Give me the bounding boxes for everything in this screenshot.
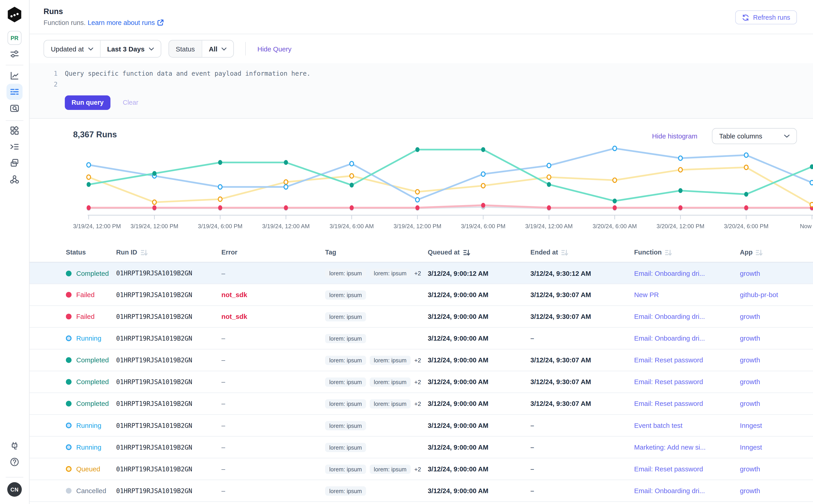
column-header-ended-at[interactable]: Ended at xyxy=(531,249,634,256)
error-cell: – xyxy=(221,378,325,386)
functions-windows-icon[interactable] xyxy=(9,158,20,168)
tag-pill: lorem: ipsum xyxy=(325,334,366,343)
app-window: PR xyxy=(0,0,813,504)
events-terminal-icon[interactable] xyxy=(9,142,20,152)
runs-list-item[interactable] xyxy=(7,84,23,100)
svg-text:3/19/24, 12:00 PM: 3/19/24, 12:00 PM xyxy=(131,223,178,229)
time-range-dropdown[interactable]: Last 3 Days xyxy=(100,40,160,57)
app-link[interactable]: growth xyxy=(740,269,813,277)
app-cell: growth xyxy=(740,313,813,320)
clear-query-button[interactable]: Clear xyxy=(123,99,138,106)
function-link[interactable]: New PR xyxy=(634,291,740,299)
app-link[interactable]: growth xyxy=(740,400,813,407)
hide-query-link[interactable]: Hide Query xyxy=(257,45,291,53)
query-editor[interactable]: 1 Query specific function data and event… xyxy=(29,63,813,119)
table-row[interactable]: Completed01HRPT19RJSA1019B2GN–lorem: ips… xyxy=(29,371,813,393)
app-link[interactable]: Inngest xyxy=(740,443,813,451)
sidebar-divider xyxy=(6,65,23,65)
column-header-queued-at[interactable]: Queued at xyxy=(428,249,531,256)
help-icon[interactable] xyxy=(9,457,20,467)
workspace-badge[interactable]: PR xyxy=(7,31,22,45)
table-row[interactable]: Completed01HRPT19RJSA1019B2GN–lorem: ips… xyxy=(29,349,813,371)
queued-at-cell: 3/12/24, 9:00:00 AM xyxy=(428,356,531,364)
search-window-icon[interactable] xyxy=(9,103,20,114)
function-cell: Email: Onboarding dri... xyxy=(634,269,740,277)
table-row[interactable]: Completed01HRPT19RJSA1019B2GN–lorem: ips… xyxy=(29,393,813,415)
metrics-chart-icon[interactable] xyxy=(9,70,20,81)
table-row[interactable]: Failed01HRPT19RJSA1019B2GNnot_sdklorem: … xyxy=(29,284,813,306)
table-columns-dropdown[interactable]: Table columns xyxy=(712,128,797,144)
app-link[interactable]: github-pr-bot xyxy=(740,291,813,299)
app-link[interactable]: Inngest xyxy=(740,422,813,429)
sidebar: PR xyxy=(0,0,29,504)
sort-field-dropdown[interactable]: Updated at xyxy=(44,40,100,57)
user-avatar[interactable]: CN xyxy=(7,482,22,497)
column-header-function[interactable]: Function xyxy=(634,249,740,256)
status-cell: Running xyxy=(66,443,116,451)
table-row[interactable]: Running01HRPT19RJSA1019B2GN–lorem: ipsum… xyxy=(29,436,813,458)
app-link[interactable]: growth xyxy=(740,465,813,473)
column-header-tag: Tag xyxy=(325,249,428,256)
function-link[interactable]: Email: Onboarding dri... xyxy=(634,269,740,277)
app-link[interactable]: growth xyxy=(740,356,813,364)
run-id-cell: 01HRPT19RJSA1019B2GN xyxy=(116,270,221,277)
function-link[interactable]: Marketing: Add new si... xyxy=(634,443,740,451)
status-dot-icon xyxy=(66,401,71,407)
column-header-run-id[interactable]: Run ID xyxy=(116,249,221,256)
learn-more-link[interactable]: Learn more about runs xyxy=(88,19,164,26)
function-link[interactable]: Event batch test xyxy=(634,422,740,429)
app-link[interactable]: growth xyxy=(740,313,813,320)
function-link[interactable]: Email: Onboarding dri... xyxy=(634,487,740,494)
tag-pill: lorem: ipsum xyxy=(325,377,366,386)
table-header-row: StatusRun IDErrorTagQueued atEnded atFun… xyxy=(29,243,813,262)
error-cell: – xyxy=(221,334,325,342)
function-link[interactable]: Email: Reset password xyxy=(634,378,740,386)
tag-cell: lorem: ipsum xyxy=(325,334,428,343)
app-link[interactable]: growth xyxy=(740,334,813,342)
tag-pill: lorem: ipsum xyxy=(325,290,366,299)
webhooks-nodes-icon[interactable] xyxy=(9,174,20,185)
run-id-cell: 01HRPT19RJSA1019B2GN xyxy=(116,400,221,407)
table-row[interactable]: Failed01HRPT19RJSA1019B2GNnot_sdklorem: … xyxy=(29,306,813,328)
app-link[interactable]: growth xyxy=(740,378,813,386)
column-header-app[interactable]: App xyxy=(740,249,813,256)
status-cell: Cancelled xyxy=(66,487,116,494)
ended-at-cell: – xyxy=(531,443,634,451)
inngest-logo-icon[interactable] xyxy=(7,6,22,23)
workspace-badge-label: PR xyxy=(7,31,22,45)
app-cell: Inngest xyxy=(740,422,813,429)
refresh-runs-button[interactable]: Refresh runs xyxy=(735,10,797,24)
table-row[interactable]: Queued01HRPT19RJSA1019B2GN–lorem: ipsuml… xyxy=(29,458,813,480)
run-id-cell: 01HRPT19RJSA1019B2GN xyxy=(116,487,221,494)
hide-histogram-link[interactable]: Hide histogram xyxy=(652,132,697,140)
runs-table: StatusRun IDErrorTagQueued atEnded atFun… xyxy=(29,243,813,502)
function-link[interactable]: Email: Onboarding dri... xyxy=(634,313,740,320)
function-link[interactable]: Email: Reset password xyxy=(634,465,740,473)
tag-pill: lorem: ipsum xyxy=(325,312,366,321)
table-row[interactable]: Completed01HRPT19RJSA1019B2GN–lorem: ips… xyxy=(29,262,813,284)
column-header-status: Status xyxy=(66,249,116,256)
tag-cell: lorem: ipsumlorem: ipsum+2 xyxy=(325,399,428,408)
tag-pill: lorem: ipsum xyxy=(325,269,366,278)
function-link[interactable]: Email: Reset password xyxy=(634,356,740,364)
table-row[interactable]: Running01HRPT19RJSA1019B2GN–lorem: ipsum… xyxy=(29,328,813,349)
status-dot-icon xyxy=(66,314,71,319)
table-body: Completed01HRPT19RJSA1019B2GN–lorem: ips… xyxy=(29,262,813,502)
status-filter-dropdown[interactable]: All xyxy=(201,40,233,57)
table-row[interactable]: Running01HRPT19RJSA1019B2GN–lorem: ipsum… xyxy=(29,415,813,436)
table-row[interactable]: Cancelled01HRPT19RJSA1019B2GN–lorem: ips… xyxy=(29,480,813,502)
queued-at-cell: 3/12/24, 9:00:00 AM xyxy=(428,422,531,429)
status-dot-icon xyxy=(66,444,71,450)
run-id-cell: 01HRPT19RJSA1019B2GN xyxy=(116,356,221,364)
ended-at-cell: – xyxy=(531,487,634,494)
runs-list-icon xyxy=(7,84,23,100)
apps-grid-icon[interactable] xyxy=(9,126,20,136)
function-link[interactable]: Email: Reset password xyxy=(634,400,740,407)
run-query-button[interactable]: Run query xyxy=(65,95,110,110)
integrations-plug-icon[interactable] xyxy=(9,441,20,452)
filters-sliders-icon[interactable] xyxy=(9,49,20,59)
app-link[interactable]: growth xyxy=(740,487,813,494)
function-link[interactable]: Email: Onboarding dri... xyxy=(634,334,740,342)
ended-at-cell: – xyxy=(531,465,634,473)
time-filter-group: Updated at Last 3 Days xyxy=(44,40,161,58)
